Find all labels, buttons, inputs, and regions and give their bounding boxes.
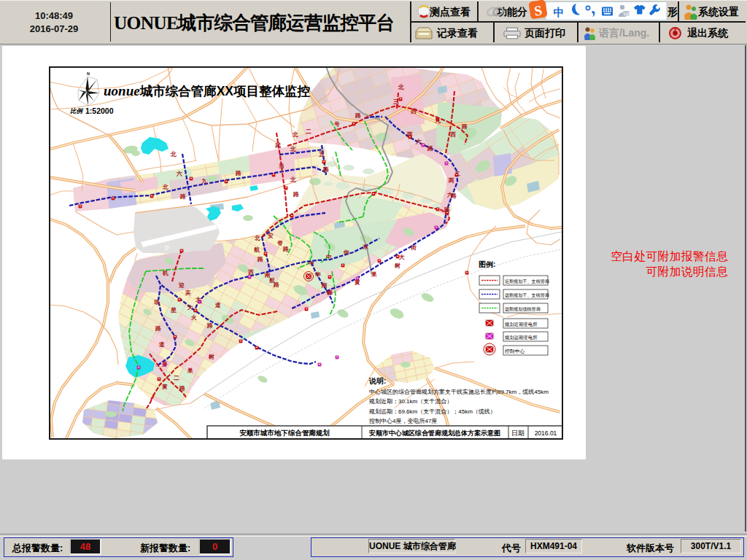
svg-text:安顺市中心城区综合管廊规划总体方案示意图: 安顺市中心城区综合管廊规划总体方案示意图 (368, 429, 500, 437)
svg-text:六: 六 (415, 139, 422, 145)
svg-text:路: 路 (427, 145, 433, 152)
svg-text:武: 武 (274, 142, 281, 149)
svg-text:果: 果 (371, 271, 377, 278)
svg-text:中: 中 (309, 260, 314, 267)
svg-text:大: 大 (399, 254, 405, 260)
svg-text:两: 两 (406, 131, 413, 138)
svg-text:三: 三 (393, 98, 399, 105)
svg-text:说明:: 说明: (368, 377, 386, 385)
svg-text:树: 树 (394, 262, 400, 269)
svg-text:比例: 比例 (70, 107, 84, 114)
svg-text:路: 路 (355, 112, 361, 119)
svg-text:脊: 脊 (277, 240, 283, 246)
svg-text:道: 道 (158, 341, 165, 348)
svg-text:北: 北 (398, 84, 404, 90)
svg-text:路: 路 (322, 166, 329, 173)
svg-text:火: 火 (191, 314, 197, 321)
svg-text:星: 星 (170, 307, 177, 314)
svg-text:当: 当 (279, 163, 285, 169)
svg-text:路: 路 (179, 385, 185, 392)
svg-text:中: 中 (554, 6, 565, 18)
svg-text:黄: 黄 (161, 384, 168, 390)
svg-text:场: 场 (153, 299, 160, 306)
svg-text:路: 路 (461, 123, 468, 130)
svg-text:安: 安 (267, 233, 274, 239)
svg-text:六: 六 (176, 171, 182, 177)
svg-text:果: 果 (187, 368, 193, 374)
svg-text:大: 大 (196, 296, 201, 303)
svg-text:东: 东 (362, 244, 368, 250)
svg-text:路: 路 (293, 191, 299, 198)
svg-text:北: 北 (290, 176, 296, 183)
svg-text:二: 二 (174, 375, 179, 381)
svg-text:五: 五 (318, 151, 325, 158)
svg-text:西: 西 (450, 131, 456, 138)
svg-text:迎: 迎 (178, 282, 185, 289)
svg-text:树: 树 (208, 354, 214, 360)
svg-text:西: 西 (411, 108, 417, 114)
svg-text:两: 两 (448, 177, 454, 184)
svg-text:规划近期变电所: 规划近期变电所 (505, 322, 538, 327)
svg-text:规划远期：69.6km（支干混合）；45km（缆线）: 规划远期：69.6km（支干混合）；45km（缆线） (369, 408, 496, 415)
svg-text:路: 路 (155, 325, 161, 332)
svg-text:大: 大 (187, 304, 193, 311)
svg-text:航: 航 (253, 246, 260, 253)
svg-text:西: 西 (248, 269, 254, 276)
svg-text:路: 路 (235, 170, 241, 176)
svg-text:北: 北 (290, 146, 296, 152)
svg-text:路: 路 (273, 281, 279, 288)
svg-text:路: 路 (257, 256, 263, 262)
svg-text:规划远期变电所: 规划远期变电所 (505, 335, 538, 341)
svg-text:路: 路 (282, 246, 289, 252)
svg-text:蜂: 蜂 (326, 289, 333, 296)
svg-text:规划近期：30.1km（支干混合）: 规划近期：30.1km（支干混合） (369, 398, 452, 405)
svg-text:街: 街 (410, 244, 417, 251)
svg-text:2016.01: 2016.01 (535, 429, 557, 437)
svg-text:北: 北 (254, 235, 260, 241)
svg-text:近期规划干、支线管廊: 近期规划干、支线管廊 (505, 279, 550, 284)
svg-text:控制中心4座，变电所47座: 控制中心4座，变电所47座 (369, 418, 437, 424)
svg-text:1:52000: 1:52000 (85, 106, 114, 115)
svg-text:华: 华 (314, 271, 321, 278)
svg-text:六: 六 (446, 192, 453, 198)
svg-text:南: 南 (321, 282, 328, 289)
svg-text:北: 北 (170, 151, 177, 158)
svg-text:中心城区的综合管廊规划方案支干线实施总长度约99.7km，缆: 中心城区的综合管廊规划方案支干线实施总长度约99.7km，缆线45km (369, 389, 549, 395)
svg-text:黄: 黄 (354, 279, 360, 286)
svg-text:日期: 日期 (511, 429, 525, 437)
svg-text:宾: 宾 (185, 289, 191, 296)
svg-text:开: 开 (161, 361, 168, 368)
svg-text:路: 路 (179, 193, 186, 200)
svg-text:号: 号 (333, 121, 340, 128)
svg-text:N: N (87, 71, 90, 76)
svg-text:uonue城市综合管廊XX项目整体监控: uonue城市综合管廊XX项目整体监控 (104, 83, 310, 98)
svg-text:远期规划干、支线管廊: 远期规划干、支线管廊 (505, 292, 550, 298)
svg-text:控制中心: 控制中心 (505, 349, 525, 354)
svg-text:机: 机 (162, 270, 169, 276)
svg-text:路: 路 (206, 322, 213, 329)
svg-text:远期规划缆线管廊: 远期规划缆线管廊 (505, 306, 541, 312)
svg-text:二: 二 (306, 128, 311, 135)
svg-text:九: 九 (201, 178, 208, 184)
svg-text:北: 北 (292, 131, 298, 138)
svg-text:中: 中 (326, 254, 332, 260)
svg-text:安顺市城市地下综合管廊规划: 安顺市城市地下综合管廊规划 (239, 429, 330, 437)
svg-text:华: 华 (343, 249, 349, 256)
svg-text:九: 九 (434, 117, 441, 124)
svg-text:图例:: 图例: (479, 260, 495, 268)
svg-text:北: 北 (162, 184, 169, 190)
svg-text:二: 二 (454, 171, 460, 177)
svg-text:路: 路 (444, 206, 450, 213)
svg-text:14: 14 (624, 12, 629, 16)
svg-text:道: 道 (214, 302, 221, 308)
